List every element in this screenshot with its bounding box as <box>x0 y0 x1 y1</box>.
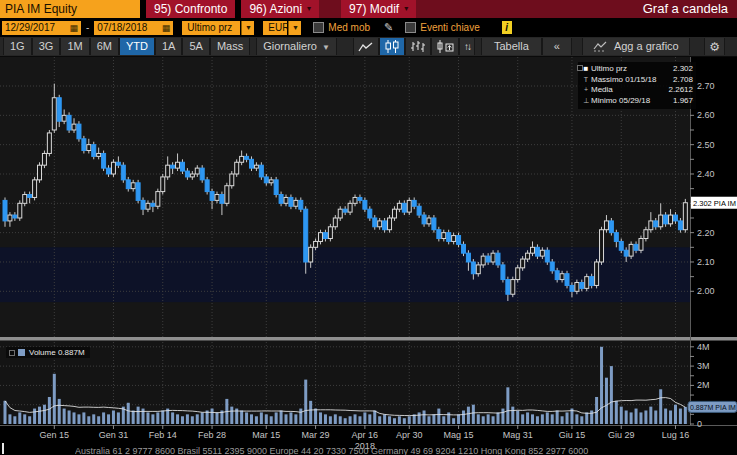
range-button-3g[interactable]: 3G <box>32 38 61 55</box>
title-bar: PIA IM Equity 95) Confronto 96) Azioni▾ … <box>0 0 737 18</box>
sparkline-icon <box>593 41 608 52</box>
svg-text:Giu 15: Giu 15 <box>559 430 586 440</box>
modif-button[interactable]: 97) Modif▾ <box>341 0 416 18</box>
svg-text:2.302 PIA IM: 2.302 PIA IM <box>693 199 736 208</box>
chart-toolbar: 1G3G1M6MYTD1A5AMass Giornaliero▼ <box>0 37 737 57</box>
svg-text:Apr 16: Apr 16 <box>352 430 379 440</box>
settings-gear-button[interactable]: ⚙ <box>704 38 725 55</box>
svg-text:0: 0 <box>697 419 702 429</box>
volume-series-swatch-icon <box>18 349 25 356</box>
volume-legend[interactable]: Volume 0.887M <box>6 347 90 358</box>
svg-text:Lug 16: Lug 16 <box>662 430 690 440</box>
med-mob-checkbox[interactable] <box>313 22 324 33</box>
line-chart-icon-button[interactable] <box>353 38 379 55</box>
calendar-icon[interactable]: ▦ <box>162 21 171 35</box>
up-down-arrows-icon: ↑↓ <box>464 41 470 52</box>
svg-text:0.887M PIA IM: 0.887M PIA IM <box>690 404 736 411</box>
legend-drag-handle[interactable] <box>9 350 15 356</box>
tabella-button[interactable]: Tabella <box>481 38 542 55</box>
date-from-field[interactable]: 12/29/2017▦ <box>2 21 81 35</box>
svg-text:2.10: 2.10 <box>697 257 715 267</box>
svg-text:Apr 30: Apr 30 <box>396 430 423 440</box>
range-button-1m[interactable]: 1M <box>60 38 89 55</box>
legend-drag-handle[interactable] <box>577 65 583 71</box>
svg-text:Mar 15: Mar 15 <box>252 430 280 440</box>
svg-text:Gen 15: Gen 15 <box>40 430 70 440</box>
candle-subchart-icon-button[interactable] <box>431 38 459 55</box>
svg-text:4M: 4M <box>697 342 710 352</box>
info-badge[interactable]: i <box>502 21 512 34</box>
line-chart-icon <box>358 41 374 53</box>
settings-bar: 12/29/2017▦ - 07/18/2018▦ Ultimo prz ▼ E… <box>0 18 737 37</box>
svg-text:Mag 31: Mag 31 <box>503 430 533 440</box>
bloomberg-terminal-window: PIA IM Equity 95) Confronto 96) Azioni▾ … <box>0 0 737 455</box>
range-button-mass[interactable]: Mass <box>210 38 250 55</box>
ohlc-bars-icon-button[interactable] <box>405 38 431 55</box>
svg-text:2.60: 2.60 <box>697 110 715 120</box>
chevron-down-icon: ▾ <box>404 0 408 18</box>
view-title: Graf a candela <box>643 0 737 18</box>
calendar-icon[interactable]: ▦ <box>69 21 78 35</box>
svg-text:3M: 3M <box>697 361 710 371</box>
spacer <box>416 0 643 18</box>
eventi-chiave-label: Eventi chiave <box>420 22 479 33</box>
range-button-ytd[interactable]: YTD <box>119 38 155 55</box>
legend-row: ■Ultimo prz2.302 <box>581 64 693 75</box>
currency-dropdown[interactable]: EUR <box>263 21 287 35</box>
azioni-button[interactable]: 96) Azioni▾ <box>241 0 319 18</box>
svg-text:2.00: 2.00 <box>697 286 715 296</box>
candle-subchart-icon <box>436 40 454 53</box>
date-range-dash: - <box>86 22 89 33</box>
chevron-down-icon[interactable]: ▼ <box>288 21 301 35</box>
svg-text:Gen 31: Gen 31 <box>99 430 129 440</box>
chevron-down-icon[interactable]: ▼ <box>241 21 254 35</box>
svg-text:Mar 29: Mar 29 <box>302 430 330 440</box>
legend-row: ⊥Minimo 05/29/181.967 <box>581 96 693 107</box>
eventi-chiave-checkbox[interactable] <box>405 22 416 33</box>
add-to-chart-button[interactable]: Agg a grafico <box>582 38 690 55</box>
legend-row: TMassimo 01/15/182.708 <box>581 75 693 86</box>
range-button-1g[interactable]: 1G <box>3 38 32 55</box>
range-button-group: 1G3G1M6MYTD1A5AMass <box>3 38 250 55</box>
chart-legend[interactable]: ■Ultimo prz2.302 TMassimo 01/15/182.708 … <box>578 62 696 109</box>
svg-text:2.70: 2.70 <box>697 81 715 91</box>
range-button-1a[interactable]: 1A <box>155 38 182 55</box>
spacer <box>319 0 341 18</box>
candle-chart-icon <box>384 40 400 53</box>
legend-row: +Media2.2612 <box>581 85 693 96</box>
med-mob-label: Med mob <box>328 22 370 33</box>
security-ticker-box[interactable]: PIA IM Equity <box>0 0 140 18</box>
price-volume-chart[interactable]: 2.002.102.202.402.502.602.7002M3M4MGen 1… <box>0 57 737 455</box>
svg-text:2.50: 2.50 <box>697 140 715 150</box>
ohlc-bars-icon <box>410 40 426 53</box>
collapse-button[interactable]: « <box>542 38 572 55</box>
svg-text:Feb 14: Feb 14 <box>149 430 177 440</box>
svg-text:Giu 29: Giu 29 <box>608 430 635 440</box>
candle-chart-icon-button[interactable] <box>379 38 405 55</box>
bloomberg-footer-text: Australia 61 2 9777 8600 Brasil 5511 239… <box>75 446 735 455</box>
chevron-down-icon: ▾ <box>307 0 311 18</box>
chevron-down-icon: ▼ <box>322 43 330 52</box>
range-button-5a[interactable]: 5A <box>182 38 209 55</box>
svg-text:2.20: 2.20 <box>697 228 715 238</box>
period-dropdown[interactable]: Giornaliero▼ <box>256 38 337 55</box>
compare-arrows-icon-button[interactable]: ↑↓ <box>459 38 475 55</box>
svg-text:Feb 28: Feb 28 <box>198 430 226 440</box>
high-marker-icon: T <box>581 75 591 86</box>
price-field-dropdown[interactable]: Ultimo prz <box>182 21 240 35</box>
svg-text:Mag 15: Mag 15 <box>444 430 474 440</box>
command-line-caret <box>2 443 4 454</box>
svg-text:2.40: 2.40 <box>697 169 715 179</box>
range-button-6m[interactable]: 6M <box>90 38 119 55</box>
date-to-field[interactable]: 07/18/2018▦ <box>94 21 173 35</box>
mean-marker-icon: + <box>581 85 591 96</box>
pane-divider[interactable] <box>0 337 737 341</box>
annotate-pencil-icon[interactable]: ✎ <box>384 21 393 34</box>
confronto-button[interactable]: 95) Confronto <box>146 0 235 18</box>
low-marker-icon: ⊥ <box>581 96 591 107</box>
svg-text:2M: 2M <box>697 380 710 390</box>
